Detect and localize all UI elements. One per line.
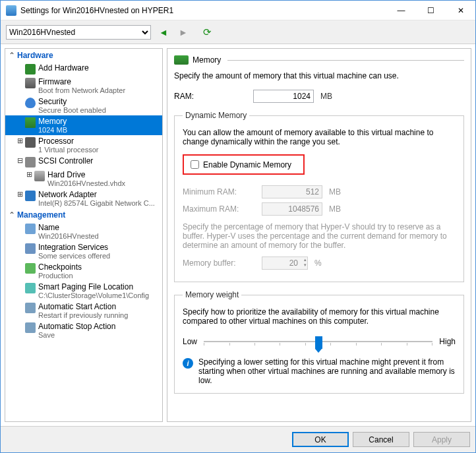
tree-item-scsi[interactable]: ⊟ SCSI Controller <box>5 155 162 169</box>
vm-selector[interactable]: Win2016HVnested <box>6 25 151 40</box>
apply-button[interactable]: Apply <box>413 432 470 447</box>
network-icon <box>25 191 36 201</box>
settings-tree[interactable]: ⌃ Hardware Add Hardware Firmware Boot fr… <box>5 48 163 422</box>
tree-item-firmware[interactable]: Firmware Boot from Network Adapter <box>5 76 162 96</box>
memory-weight-slider[interactable] <box>204 335 432 348</box>
min-ram-input <box>262 185 322 198</box>
ram-unit: MB <box>320 92 332 101</box>
toolbar: Win2016HVnested ◄ ► ⟳ <box>1 20 475 44</box>
tree-item-memory[interactable]: Memory 1024 MB <box>5 115 162 135</box>
window-title: Settings for Win2016HVnested on HYPER1 <box>20 6 386 15</box>
max-ram-label: Maximum RAM: <box>183 204 255 214</box>
settings-window: Settings for Win2016HVnested on HYPER1 —… <box>0 0 476 453</box>
nav-back-button[interactable]: ◄ <box>156 25 171 40</box>
tree-item-integration[interactable]: Integration Services Some services offer… <box>5 241 162 261</box>
memory-weight-group: Memory weight Specify how to prioritize … <box>174 290 464 394</box>
cancel-button[interactable]: Cancel <box>353 432 409 447</box>
collapse-icon: ⌃ <box>8 210 16 220</box>
firmware-icon <box>25 78 36 88</box>
max-ram-unit: MB <box>329 204 341 214</box>
autostop-icon <box>25 322 36 333</box>
tree-item-paging[interactable]: Smart Paging File Location C:\ClusterSto… <box>5 281 162 301</box>
dynamic-memory-desc: You can allow the amount of memory avail… <box>183 128 456 146</box>
tree-item-autostart[interactable]: Automatic Start Action Restart if previo… <box>5 301 162 320</box>
tree-item-autostop[interactable]: Automatic Stop Action Save <box>5 320 162 340</box>
min-ram-unit: MB <box>329 187 341 196</box>
dynamic-memory-legend: Dynamic Memory <box>183 111 249 120</box>
tree-category-management[interactable]: ⌃ Management <box>5 208 162 222</box>
panel-intro: Specify the amount of memory that this v… <box>174 71 464 80</box>
panel-title: Memory <box>193 55 221 65</box>
tree-item-security[interactable]: Security Secure Boot enabled <box>5 96 162 115</box>
processor-icon <box>25 137 36 148</box>
content-area: ⌃ Hardware Add Hardware Firmware Boot fr… <box>1 44 475 426</box>
collapse-icon[interactable]: ⊟ <box>16 156 24 165</box>
weight-low-label: Low <box>183 337 197 346</box>
buffer-desc: Specify the percentage of memory that Hy… <box>183 222 456 250</box>
detail-panel: Memory Specify the amount of memory that… <box>167 48 471 422</box>
min-ram-label: Minimum RAM: <box>183 187 255 196</box>
weight-info-text: Specifying a lower setting for this virt… <box>198 357 456 385</box>
dynamic-memory-group: Dynamic Memory You can allow the amount … <box>174 111 464 282</box>
expand-icon[interactable]: ⊞ <box>16 190 24 198</box>
enable-dynamic-memory-highlight: Enable Dynamic Memory <box>183 154 305 175</box>
titlebar: Settings for Win2016HVnested on HYPER1 —… <box>1 1 475 20</box>
maximize-button[interactable]: ☐ <box>416 1 446 20</box>
memory-header-icon <box>174 55 189 65</box>
tree-item-processor[interactable]: ⊞ Processor 1 Virtual processor <box>5 135 162 155</box>
enable-dynamic-memory-label: Enable Dynamic Memory <box>203 160 291 169</box>
autostart-icon <box>25 303 36 313</box>
ok-button[interactable]: OK <box>292 432 349 447</box>
buffer-spinner: 20 <box>262 257 308 270</box>
tree-item-name[interactable]: Name Win2016HVnested <box>5 222 162 241</box>
max-ram-input <box>262 202 322 216</box>
add-hardware-icon <box>25 64 36 75</box>
integration-icon <box>25 243 36 254</box>
shield-icon <box>25 98 36 108</box>
ram-input[interactable] <box>253 90 314 103</box>
tree-item-add-hardware[interactable]: Add Hardware <box>5 62 162 76</box>
buffer-label: Memory buffer: <box>183 258 255 268</box>
slider-thumb[interactable] <box>315 336 322 349</box>
enable-dynamic-memory-checkbox[interactable] <box>191 160 199 169</box>
buffer-unit: % <box>314 258 322 268</box>
expand-icon[interactable]: ⊞ <box>25 170 33 179</box>
checkpoints-icon <box>25 263 36 274</box>
memory-icon <box>25 117 36 128</box>
collapse-icon: ⌃ <box>8 51 16 60</box>
memory-weight-desc: Specify how to prioritize the availabili… <box>183 307 456 326</box>
name-icon <box>25 224 36 234</box>
nav-forward-button[interactable]: ► <box>176 25 191 40</box>
close-button[interactable]: ✕ <box>446 1 475 20</box>
weight-high-label: High <box>439 337 456 346</box>
tree-item-network-adapter[interactable]: ⊞ Network Adapter Intel(R) 82574L Gigabi… <box>5 189 162 208</box>
memory-weight-legend: Memory weight <box>183 290 241 299</box>
app-icon <box>6 5 16 16</box>
minimize-button[interactable]: — <box>386 1 416 20</box>
expand-icon[interactable]: ⊞ <box>16 136 24 145</box>
tree-item-harddrive[interactable]: ⊞ Hard Drive Win2016HVnested.vhdx <box>5 169 162 189</box>
tree-category-hardware[interactable]: ⌃ Hardware <box>5 49 162 62</box>
dialog-buttons: OK Cancel Apply <box>1 426 475 452</box>
scsi-icon <box>25 157 36 167</box>
refresh-button[interactable]: ⟳ <box>200 25 214 40</box>
info-icon: i <box>183 358 193 369</box>
ram-label: RAM: <box>174 92 247 101</box>
harddrive-icon <box>34 171 45 181</box>
tree-item-checkpoints[interactable]: Checkpoints Production <box>5 261 162 281</box>
paging-icon <box>25 283 36 293</box>
